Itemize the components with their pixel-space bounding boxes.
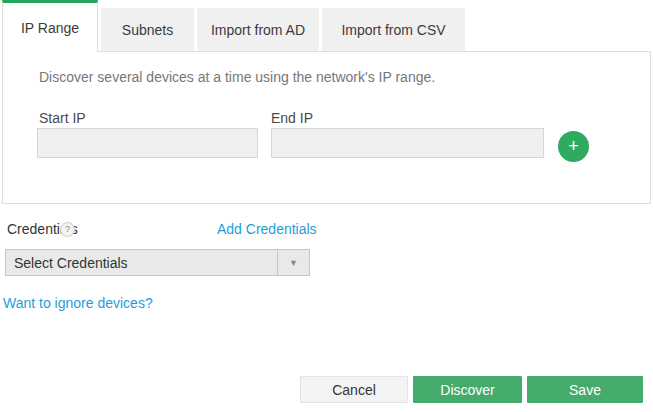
chevron-down-icon: ▼ [289,258,298,268]
ignore-devices-link[interactable]: Want to ignore devices? [3,295,153,311]
panel-description: Discover several devices at a time using… [39,69,435,85]
tab-import-from-ad[interactable]: Import from AD [197,8,319,51]
tab-import-from-csv-label: Import from CSV [341,22,445,38]
ip-range-panel: Discover several devices at a time using… [2,51,651,204]
start-ip-label: Start IP [39,110,86,126]
tab-ip-range[interactable]: IP Range [2,0,98,52]
credentials-select[interactable]: Select Credentials ▼ [5,249,310,276]
save-button[interactable]: Save [527,376,643,403]
tab-ip-range-label: IP Range [21,20,79,36]
end-ip-label: End IP [271,110,313,126]
discover-button[interactable]: Discover [413,376,522,403]
add-ip-range-button[interactable]: + [558,131,589,162]
cancel-button[interactable]: Cancel [300,376,408,403]
add-credentials-link[interactable]: Add Credentials [217,221,317,237]
dropdown-arrow-icon[interactable]: ▼ [277,250,309,275]
plus-icon: + [568,136,579,156]
help-icon[interactable]: ? [60,222,75,237]
tab-subnets-label: Subnets [122,22,173,38]
credentials-selected-value: Select Credentials [6,255,277,271]
tab-import-from-csv[interactable]: Import from CSV [322,8,465,51]
help-icon-glyph: ? [65,224,70,234]
end-ip-input[interactable] [271,128,544,158]
tab-subnets[interactable]: Subnets [101,8,194,51]
tab-import-from-ad-label: Import from AD [211,22,305,38]
start-ip-input[interactable] [37,128,258,158]
